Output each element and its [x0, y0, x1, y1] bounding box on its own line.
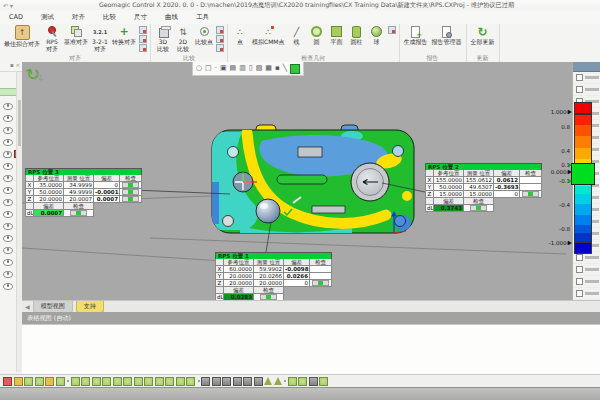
eye-icon[interactable]	[3, 199, 13, 206]
ribbon-button[interactable]: 基准对齐	[62, 25, 90, 46]
view-toolbar-icon[interactable]	[186, 377, 195, 386]
view-toolbar-icon[interactable]	[81, 377, 90, 386]
view-toolbar-icon[interactable]	[319, 377, 328, 386]
eye-icon[interactable]	[3, 187, 13, 194]
view-toolbar-icon[interactable]	[92, 377, 101, 386]
brush-icon[interactable]: ▧	[256, 62, 263, 75]
tab-support[interactable]: 支持	[76, 301, 104, 313]
view-toolbar-icon[interactable]	[113, 377, 122, 386]
ribbon-button[interactable]: 球	[367, 25, 387, 46]
mini-button[interactable]	[216, 44, 224, 52]
colorbar-arrow[interactable]	[568, 170, 572, 174]
eye-icon[interactable]	[3, 175, 13, 182]
eye-icon[interactable]	[3, 115, 13, 122]
right-panel-row[interactable]	[573, 72, 600, 84]
view-toolbar-icon[interactable]	[201, 377, 210, 386]
undo-icon[interactable]: ↶	[3, 2, 8, 9]
view-toolbar-icon[interactable]	[35, 377, 44, 386]
view-toolbar-icon[interactable]	[123, 377, 132, 386]
view-toolbar-icon[interactable]	[264, 377, 272, 385]
menu-item-曲线[interactable]: 曲线	[156, 11, 187, 24]
checkbox[interactable]	[576, 74, 583, 81]
eye-icon[interactable]	[3, 235, 13, 242]
close-icon[interactable]: ×	[15, 62, 20, 68]
ribbon-button[interactable]: 2D 比较	[173, 25, 193, 52]
view-toolbar-icon[interactable]	[165, 377, 174, 386]
right-panel-row[interactable]	[573, 276, 600, 288]
view-toolbar-icon[interactable]	[243, 377, 252, 386]
view-toolbar-icon[interactable]	[309, 377, 318, 386]
mini-button[interactable]	[388, 26, 396, 34]
scrollbar-thumb[interactable]	[18, 100, 21, 146]
menu-item-尺寸[interactable]: 尺寸	[125, 11, 156, 24]
view-toolbar-icon[interactable]	[14, 377, 23, 386]
ribbon-button[interactable]: 比较点	[193, 25, 215, 46]
view-toolbar-icon[interactable]	[71, 377, 80, 386]
eye-icon[interactable]	[3, 103, 13, 110]
view-toolbar-icon[interactable]	[288, 377, 297, 386]
eye-icon[interactable]	[3, 163, 13, 170]
rps-table-title[interactable]: RPS 位置 1	[215, 252, 332, 259]
ribbon-button[interactable]: RPS 对齐	[42, 25, 62, 52]
ribbon-button[interactable]: 3D 比较	[153, 25, 173, 52]
checkbox[interactable]	[576, 278, 583, 285]
colorbar-arrow[interactable]	[568, 163, 572, 167]
eye-icon[interactable]	[3, 151, 12, 158]
view-toolbar-icon[interactable]	[144, 377, 153, 386]
eye-icon[interactable]	[3, 211, 13, 218]
colorbar-arrow[interactable]	[568, 179, 572, 183]
shade-icon[interactable]: ▣	[220, 62, 227, 75]
view-toolbar-icon[interactable]	[233, 377, 242, 386]
view-toolbar-icon[interactable]	[102, 377, 111, 386]
ribbon-button[interactable]: 生成报告	[402, 25, 430, 46]
ribbon-button[interactable]: 最佳拟合对齐	[2, 25, 42, 48]
menu-item-比较[interactable]: 比较	[94, 11, 125, 24]
view-toolbar-icon[interactable]	[212, 377, 221, 386]
checkbox[interactable]	[576, 86, 583, 93]
colorbar-arrow[interactable]	[568, 110, 572, 114]
line-icon[interactable]: ╲	[283, 62, 287, 75]
ribbon-button[interactable]: 圆柱	[347, 25, 367, 46]
ribbon-button[interactable]: 模拟CMM点	[250, 25, 287, 46]
ribbon-button[interactable]: 3.2.13-2-1 对齐	[90, 25, 110, 52]
view-toolbar-icon[interactable]	[176, 377, 185, 386]
pin-view-icon[interactable]: ▪	[275, 62, 280, 75]
eye-icon[interactable]	[3, 259, 13, 266]
eye-icon[interactable]	[3, 127, 13, 134]
tab-back-icon[interactable]: ◀	[25, 303, 30, 310]
pin-icon[interactable]: ▪	[10, 62, 14, 68]
view-toolbar-icon[interactable]	[298, 377, 307, 386]
eye-icon[interactable]	[3, 223, 13, 230]
checkbox[interactable]	[576, 290, 583, 297]
checkbox[interactable]	[576, 266, 583, 273]
view-toolbar-icon[interactable]	[24, 377, 33, 386]
table-view-header[interactable]: 表格视图 (自动)	[22, 312, 600, 324]
dot-icon[interactable]: ·	[215, 62, 217, 75]
viewport-3d[interactable]: ↻↻ ○□·▣▤▥▯▧▦▪╲	[22, 62, 572, 300]
ribbon-button[interactable]: 点	[230, 25, 250, 46]
view-toolbar-icon[interactable]	[155, 377, 164, 386]
eye-icon[interactable]	[3, 271, 13, 278]
right-panel-row[interactable]	[573, 264, 600, 276]
ribbon-button[interactable]: 全部更新	[469, 25, 497, 46]
menu-item-CAD[interactable]: CAD	[0, 11, 32, 23]
panel-icon[interactable]: ▥	[239, 62, 246, 75]
view-toolbar-icon[interactable]	[274, 377, 282, 385]
column-icon[interactable]: ▯	[249, 62, 253, 75]
print-icon[interactable]: ▤	[230, 62, 237, 75]
mini-button[interactable]	[139, 35, 147, 43]
ribbon-button[interactable]: 转换对齐	[110, 25, 138, 46]
grid-icon[interactable]: ▦	[265, 62, 272, 75]
mini-button[interactable]	[216, 35, 224, 43]
box-select-icon[interactable]: □	[205, 62, 212, 75]
mini-button[interactable]	[139, 26, 147, 34]
mini-button[interactable]	[139, 44, 147, 52]
eye-icon[interactable]	[3, 247, 13, 254]
rps-table-title[interactable]: RPS 位置 2	[425, 163, 542, 170]
view-toolbar-icon[interactable]	[56, 377, 65, 386]
ribbon-button[interactable]: 线	[287, 25, 307, 46]
right-panel-row[interactable]	[573, 288, 600, 300]
view-toolbar-icon[interactable]	[45, 377, 54, 386]
right-panel-row[interactable]	[573, 84, 600, 96]
menu-item-对齐[interactable]: 对齐	[63, 11, 94, 24]
